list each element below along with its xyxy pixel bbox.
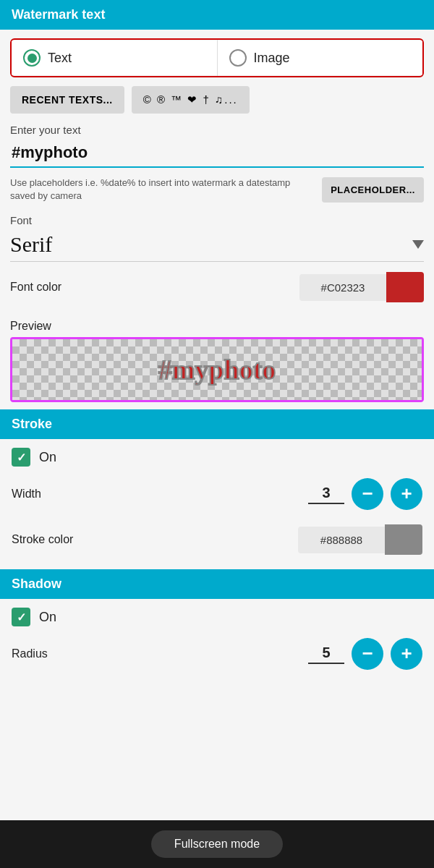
font-color-hex[interactable]: #C02323 [299, 274, 386, 301]
checkmark-icon: ✓ [17, 451, 26, 464]
shadow-minus-icon: − [362, 644, 373, 663]
symbols-button[interactable]: © ® ™ ❤ † ♫... [132, 86, 250, 114]
stroke-color-hex[interactable]: #888888 [298, 527, 385, 553]
shadow-checkmark-icon: ✓ [17, 610, 26, 624]
font-value: Serif [10, 232, 52, 257]
stroke-on-label: On [39, 450, 56, 465]
watermark-header: Watermark text [0, 0, 434, 30]
placeholder-row: Use placeholders i.e. %date% to insert i… [10, 176, 424, 203]
text-input-section: Enter your text Use placeholders i.e. %d… [0, 124, 434, 320]
minus-icon: − [362, 484, 373, 503]
shadow-plus-icon: + [401, 644, 412, 663]
font-color-swatch[interactable] [386, 272, 424, 302]
stroke-color-label: Stroke color [12, 533, 73, 546]
preview-section: Preview #myphoto [0, 320, 434, 409]
image-radio[interactable] [229, 49, 247, 67]
shadow-radius-value: 5 [308, 644, 344, 664]
shadow-toggle-row: ✓ On [0, 599, 434, 635]
shadow-radius-label: Radius [12, 647, 48, 660]
main-content: Watermark text Text Image RECENT TEXTS..… [0, 0, 434, 732]
stroke-color-row: Stroke color #888888 [0, 522, 434, 569]
stroke-width-decrease-button[interactable]: − [352, 478, 383, 510]
type-selector: Text Image [10, 38, 424, 77]
text-input-wrapper [10, 140, 424, 168]
stroke-toggle-row: ✓ On [0, 439, 434, 475]
recent-texts-button[interactable]: RECENT TEXTS... [10, 86, 124, 114]
font-color-row: Font color #C02323 [10, 272, 424, 302]
text-option[interactable]: Text [12, 41, 217, 75]
image-option-label: Image [254, 51, 290, 66]
shadow-radius-decrease-button[interactable]: − [352, 638, 383, 670]
stroke-width-value: 3 [308, 485, 344, 504]
text-radio[interactable] [23, 49, 41, 67]
font-label: Font [10, 214, 424, 226]
stroke-header: Stroke [0, 409, 434, 439]
stroke-width-increase-button[interactable]: + [391, 478, 422, 510]
stroke-checkbox[interactable]: ✓ [12, 448, 30, 467]
shadow-radius-increase-button[interactable]: + [391, 638, 422, 670]
preview-label: Preview [10, 320, 424, 333]
enter-text-label: Enter your text [10, 124, 424, 136]
shadow-on-label: On [39, 610, 56, 625]
font-color-picker: #C02323 [299, 272, 424, 302]
chevron-down-icon [412, 240, 424, 249]
plus-icon: + [401, 484, 412, 503]
preview-text: #myphoto [158, 354, 276, 386]
stroke-width-label: Width [12, 488, 41, 501]
stroke-color-picker: #888888 [298, 524, 422, 555]
preview-box: #myphoto [10, 337, 424, 402]
font-color-label: Font color [10, 281, 61, 294]
stroke-width-controls: 3 − + [308, 478, 422, 510]
placeholder-hint: Use placeholders i.e. %date% to insert i… [10, 176, 313, 203]
stroke-color-swatch[interactable] [385, 524, 422, 555]
bottom-bar: Fullscreen mode [0, 820, 434, 868]
image-option[interactable]: Image [218, 41, 423, 75]
watermark-text-input[interactable] [10, 140, 424, 166]
placeholder-button[interactable]: PLACEHOLDER... [322, 177, 424, 203]
quick-buttons-row: RECENT TEXTS... © ® ™ ❤ † ♫... [10, 86, 424, 114]
fullscreen-button[interactable]: Fullscreen mode [151, 830, 283, 858]
font-select-row[interactable]: Serif [10, 229, 424, 262]
shadow-radius-controls: 5 − + [308, 638, 422, 670]
shadow-checkbox[interactable]: ✓ [12, 608, 30, 626]
text-option-label: Text [48, 51, 72, 66]
shadow-header: Shadow [0, 569, 434, 599]
stroke-width-row: Width 3 − + [0, 475, 434, 522]
shadow-radius-row: Radius 5 − + [0, 635, 434, 681]
